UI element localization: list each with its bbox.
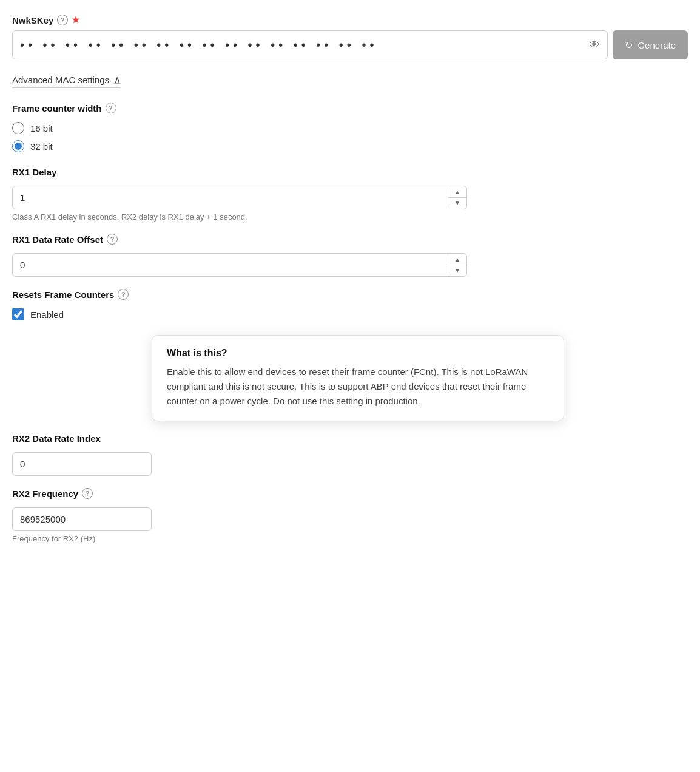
radio-16bit-input[interactable] (12, 122, 24, 134)
nwkskey-label-text: NwkSKey (12, 15, 53, 25)
rx2-data-rate-section: RX2 Data Rate Index (12, 433, 688, 476)
nwkskey-input-row: •• •• •• •• •• •• •• •• •• •• •• •• •• •… (12, 30, 688, 59)
eye-icon[interactable]: 👁 (589, 39, 600, 52)
rx1-delay-spinner: ▲ ▼ (448, 187, 466, 208)
nwkskey-help-icon[interactable]: ? (57, 15, 68, 25)
generate-button[interactable]: ↻ Generate (613, 30, 688, 59)
resets-frame-counters-label: Resets Frame Counters ? (12, 289, 688, 300)
refresh-icon: ↻ (625, 39, 633, 51)
rx2-data-rate-input-wrapper (12, 452, 152, 476)
rx1-data-rate-label: RX1 Data Rate Offset ? (12, 234, 688, 245)
generate-button-label: Generate (638, 40, 676, 50)
rx1-delay-section: RX1 Delay ▲ ▼ Class A RX1 delay in secon… (12, 167, 688, 222)
rx2-frequency-label: RX2 Frequency ? (12, 488, 688, 499)
tooltip-body: Enable this to allow end devices to rese… (167, 365, 549, 408)
rx1-delay-increment[interactable]: ▲ (448, 187, 466, 198)
rx1-delay-label: RX1 Delay (12, 167, 688, 177)
nwkskey-input-wrapper: •• •• •• •• •• •• •• •• •• •• •• •• •• •… (12, 30, 608, 59)
rx1-data-rate-section: RX1 Data Rate Offset ? ▲ ▼ (12, 234, 688, 277)
rx2-frequency-label-text: RX2 Frequency (12, 489, 78, 499)
rx2-frequency-hint: Frequency for RX2 (Hz) (12, 534, 688, 543)
rx1-delay-input-wrapper: ▲ ▼ (12, 186, 467, 209)
resets-frame-counters-tooltip: What is this? Enable this to allow end d… (152, 335, 564, 421)
resets-frame-counters-label-text: Resets Frame Counters (12, 290, 114, 300)
resets-frame-counters-section: Resets Frame Counters ? Enabled What is … (12, 289, 688, 421)
rx2-frequency-section: RX2 Frequency ? Frequency for RX2 (Hz) (12, 488, 688, 543)
rx1-delay-hint: Class A RX1 delay in seconds. RX2 delay … (12, 212, 688, 222)
frame-counter-radio-group: 16 bit 32 bit (12, 122, 688, 152)
radio-32bit[interactable]: 32 bit (12, 140, 688, 152)
advanced-mac-label: Advanced MAC settings (12, 75, 109, 85)
tooltip-title: What is this? (167, 348, 549, 359)
resets-frame-counters-checkbox[interactable] (12, 308, 24, 320)
rx2-data-rate-label-text: RX2 Data Rate Index (12, 433, 101, 444)
frame-counter-label-text: Frame counter width (12, 103, 102, 113)
rx1-data-rate-spinner: ▲ ▼ (448, 254, 466, 276)
rx1-data-rate-input[interactable] (13, 254, 448, 276)
rx1-data-rate-label-text: RX1 Data Rate Offset (12, 234, 103, 245)
nwkskey-dots: •• •• •• •• •• •• •• •• •• •• •• •• •• •… (20, 38, 589, 52)
frame-counter-label: Frame counter width ? (12, 103, 688, 113)
rx2-frequency-input-wrapper (12, 507, 152, 531)
rx1-data-rate-increment[interactable]: ▲ (448, 254, 466, 265)
rx1-delay-input[interactable] (13, 186, 448, 209)
required-star: ★ (72, 15, 79, 25)
rx2-frequency-input[interactable] (13, 508, 151, 530)
resets-frame-counters-checkbox-label: Enabled (30, 310, 64, 320)
nwkskey-section: NwkSKey ? ★ •• •• •• •• •• •• •• •• •• •… (12, 15, 688, 59)
advanced-mac-toggle[interactable]: Advanced MAC settings ∧ (12, 74, 121, 88)
radio-16bit-label: 16 bit (30, 123, 53, 134)
rx1-delay-decrement[interactable]: ▼ (448, 198, 466, 208)
radio-32bit-label: 32 bit (30, 141, 53, 152)
rx1-data-rate-decrement[interactable]: ▼ (448, 265, 466, 276)
nwkskey-label: NwkSKey ? ★ (12, 15, 688, 25)
frame-counter-section: Frame counter width ? 16 bit 32 bit (12, 103, 688, 152)
rx2-frequency-help-icon[interactable]: ? (82, 488, 93, 499)
radio-16bit[interactable]: 16 bit (12, 122, 688, 134)
frame-counter-help-icon[interactable]: ? (106, 103, 116, 113)
rx2-data-rate-label: RX2 Data Rate Index (12, 433, 688, 444)
rx1-data-rate-help-icon[interactable]: ? (107, 234, 118, 245)
chevron-up-icon: ∧ (114, 74, 121, 85)
rx1-data-rate-input-wrapper: ▲ ▼ (12, 253, 467, 277)
radio-32bit-input[interactable] (12, 140, 24, 152)
rx1-delay-label-text: RX1 Delay (12, 167, 56, 177)
rx2-data-rate-input[interactable] (13, 453, 151, 475)
resets-frame-counters-help-icon[interactable]: ? (118, 289, 129, 300)
resets-frame-counters-checkbox-row: Enabled (12, 308, 688, 320)
